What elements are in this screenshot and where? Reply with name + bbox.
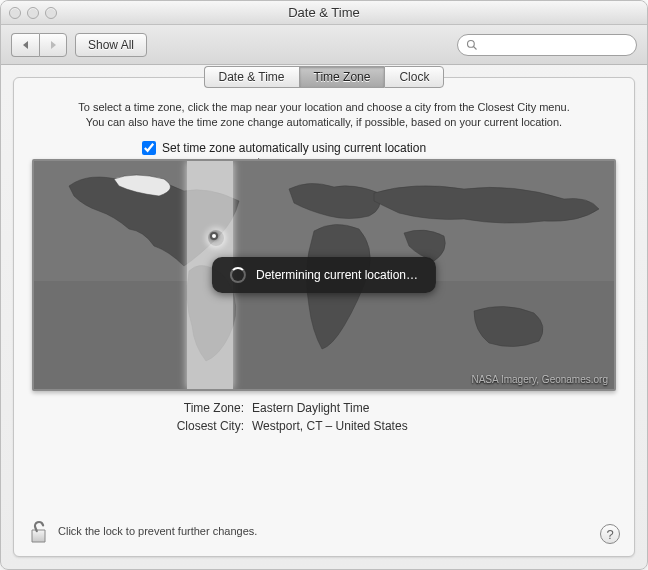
instructions-line1: To select a time zone, click the map nea… — [32, 100, 616, 115]
tab-clock[interactable]: Clock — [384, 66, 444, 88]
lock-row: Click the lock to prevent further change… — [28, 518, 257, 544]
timezone-map[interactable]: Determining current location… NASA Image… — [32, 159, 616, 391]
help-icon: ? — [606, 527, 613, 542]
svg-line-1 — [474, 46, 477, 49]
back-button[interactable] — [11, 33, 39, 57]
timezone-info-row: Time Zone: Eastern Daylight Time — [32, 401, 616, 415]
lock-text: Click the lock to prevent further change… — [58, 525, 257, 537]
spinner-icon — [230, 267, 246, 283]
locating-overlay: Determining current location… — [212, 257, 436, 293]
instructions-line2: You can also have the time zone change a… — [32, 115, 616, 130]
locating-text: Determining current location… — [256, 268, 418, 282]
tab-datetime[interactable]: Date & Time — [204, 66, 299, 88]
timezone-label: Time Zone: — [32, 401, 252, 415]
auto-timezone-row: Set time zone automatically using curren… — [142, 141, 616, 155]
auto-timezone-label: Set time zone automatically using curren… — [162, 141, 426, 155]
toolbar: Show All — [1, 25, 647, 65]
prefs-window: Date & Time Show All Date & Time Time Zo… — [0, 0, 648, 570]
forward-button[interactable] — [39, 33, 67, 57]
search-input[interactable] — [482, 39, 628, 51]
nav-segment — [11, 33, 67, 57]
content-panel: Date & Time Time Zone Clock To select a … — [13, 77, 635, 557]
tab-timezone[interactable]: Time Zone — [299, 66, 385, 88]
show-all-button[interactable]: Show All — [75, 33, 147, 57]
instructions: To select a time zone, click the map nea… — [32, 100, 616, 131]
closest-city-row: Closest City: Westport, CT – United Stat… — [32, 419, 616, 433]
search-icon — [466, 39, 478, 51]
search-field[interactable] — [457, 34, 637, 56]
lock-icon[interactable] — [28, 518, 50, 544]
map-attribution: NASA Imagery, Geonames.org — [471, 374, 608, 385]
help-button[interactable]: ? — [600, 524, 620, 544]
closest-city-value: Westport, CT – United States — [252, 419, 408, 433]
titlebar: Date & Time — [1, 1, 647, 25]
svg-point-0 — [468, 40, 475, 47]
timezone-value: Eastern Daylight Time — [252, 401, 369, 415]
closest-city-label: Closest City: — [32, 419, 252, 433]
window-title: Date & Time — [1, 5, 647, 20]
tab-bar: Date & Time Time Zone Clock — [14, 66, 634, 88]
location-pin-icon — [210, 232, 218, 240]
auto-timezone-checkbox[interactable] — [142, 141, 156, 155]
